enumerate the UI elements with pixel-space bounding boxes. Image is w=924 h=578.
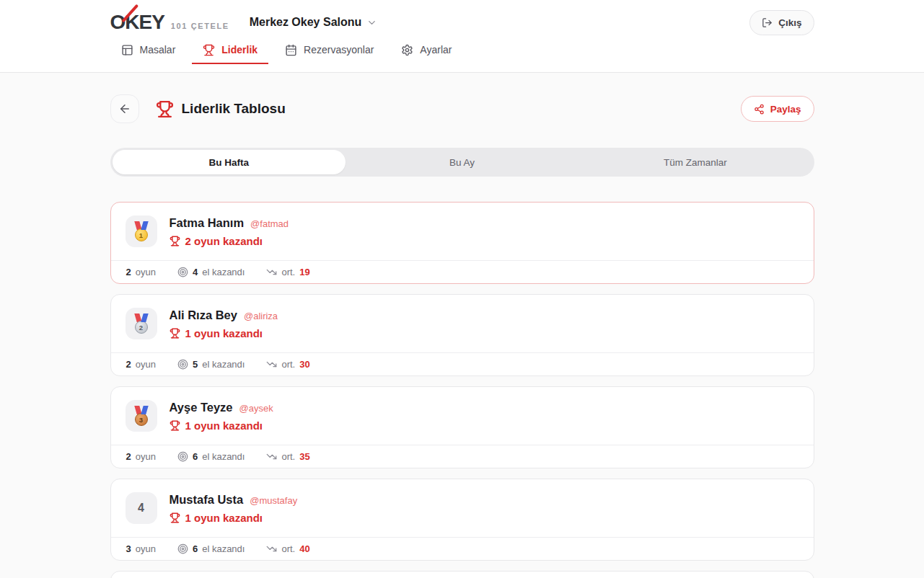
leaderboard-card[interactable]: 1 Fatma Hanım @fatmad 2 oyun kazandı 2oy… [110, 202, 814, 284]
app-logo[interactable]: OKEY 101 ÇETELE [110, 12, 229, 32]
target-icon [177, 451, 188, 462]
gear-icon [401, 44, 413, 56]
hands-stat: 6el kazandı [177, 543, 245, 554]
nav-tab-label: Liderlik [221, 44, 258, 55]
logout-icon [762, 17, 773, 28]
period-tab-tum-zamanlar[interactable]: Tüm Zamanlar [578, 150, 811, 174]
player-username: @aliriza [244, 311, 278, 321]
page-header: Liderlik Tablosu Paylaş [110, 94, 814, 123]
hands-stat: 4el kazandı [177, 267, 245, 277]
trophy-icon [170, 236, 180, 246]
trophy-icon [170, 512, 180, 523]
games-stat: 2oyun [126, 451, 156, 462]
player-info: Mustafa Usta @mustafay 1 oyun kazandı [170, 493, 298, 524]
average-stat: ort.40 [266, 543, 309, 554]
period-filter: Bu Hafta Bu Ay Tüm Zamanlar [110, 148, 814, 177]
player-username: @mustafay [250, 495, 297, 506]
card-stats-row: 2oyun 5el kazandı ort.30 [111, 352, 814, 375]
wins-text: 1 oyun kazandı [185, 419, 263, 432]
card-stats-row: 2oyun 6el kazandı ort.35 [111, 445, 814, 468]
period-tab-bu-ay[interactable]: Bu Ay [346, 150, 578, 174]
salon-name: Merkez Okey Salonu [250, 16, 362, 29]
average-stat: ort.30 [266, 359, 309, 370]
hands-stat: 6el kazandı [177, 451, 245, 462]
card-main-row: 3 Ayşe Teyze @aysek 1 oyun kazandı [111, 387, 814, 445]
back-button[interactable] [110, 94, 139, 123]
player-name: Mustafa Usta [170, 493, 244, 507]
main-nav: Masalar Liderlik Rezervasyonlar Ayarlar [110, 37, 814, 64]
logout-label: Çıkış [778, 17, 801, 28]
rank-avatar: 2 [126, 308, 157, 339]
bronze-medal-icon: 3 [133, 406, 150, 426]
share-button[interactable]: Paylaş [741, 96, 814, 122]
chevron-down-icon [366, 17, 377, 28]
target-icon [177, 267, 188, 277]
gold-medal-icon: 1 [133, 221, 150, 241]
player-info: Fatma Hanım @fatmad 2 oyun kazandı [170, 216, 289, 247]
rank-avatar: 4 [126, 492, 157, 524]
topbar: OKEY 101 ÇETELE Merkez Okey Salonu Çıkış [0, 0, 924, 73]
trending-down-icon [266, 543, 277, 554]
nav-tab-label: Masalar [140, 44, 176, 55]
player-name: Ayşe Teyze [170, 401, 233, 414]
logo-wordmark: OKEY [110, 12, 164, 32]
card-stats-row: 2oyun 4el kazandı ort.19 [111, 260, 814, 283]
player-name: Fatma Hanım [170, 216, 245, 230]
rank-avatar: 1 [126, 215, 157, 247]
nav-tab-label: Rezervasyonlar [304, 44, 374, 55]
leaderboard-card[interactable]: 2 Ali Rıza Bey @aliriza 1 oyun kazandı 2… [110, 294, 814, 376]
trophy-icon [170, 420, 180, 431]
trophy-icon [203, 44, 215, 56]
share-label: Paylaş [770, 104, 801, 115]
nav-tab-masalar[interactable]: Masalar [110, 37, 187, 64]
nav-tab-liderlik[interactable]: Liderlik [192, 37, 268, 64]
nav-tab-label: Ayarlar [420, 44, 452, 55]
leaderboard-page: Liderlik Tablosu Paylaş Bu Hafta Bu Ay T… [110, 73, 814, 578]
card-main-row: 2 Ali Rıza Bey @aliriza 1 oyun kazandı [111, 295, 814, 352]
player-username: @fatmad [250, 218, 289, 229]
silver-medal-icon: 2 [133, 314, 150, 334]
wins-text: 1 oyun kazandı [185, 327, 263, 339]
trending-down-icon [266, 451, 277, 462]
trending-down-icon [266, 359, 277, 370]
player-info: Ali Rıza Bey @aliriza 1 oyun kazandı [170, 308, 278, 339]
leaderboard-card[interactable]: 3 Ayşe Teyze @aysek 1 oyun kazandı 2oyun [110, 386, 814, 468]
player-username: @aysek [239, 403, 273, 414]
card-main-row: 4 Mustafa Usta @mustafay 1 oyun kazandı [111, 479, 814, 537]
trending-down-icon [266, 267, 277, 277]
arrow-left-icon [118, 102, 131, 115]
wins-text: 1 oyun kazandı [185, 512, 263, 524]
games-stat: 3oyun [126, 543, 156, 554]
leaderboard-card[interactable]: 4 Mustafa Usta @mustafay 1 oyun kazandı … [110, 479, 814, 561]
target-icon [177, 359, 188, 370]
games-stat: 2oyun [126, 267, 156, 277]
average-stat: ort.19 [266, 267, 309, 277]
nav-tab-ayarlar[interactable]: Ayarlar [390, 37, 462, 64]
share-icon [754, 104, 765, 115]
calendar-icon [285, 44, 297, 56]
card-main-row: 1 Fatma Hanım @fatmad 2 oyun kazandı [111, 203, 814, 260]
card-stats-row: 3oyun 6el kazandı ort.40 [111, 537, 814, 560]
rank-number: 4 [138, 502, 144, 515]
trophy-icon [156, 100, 174, 118]
rank-avatar: 3 [126, 400, 157, 432]
games-stat: 2oyun [126, 359, 156, 370]
wins-text: 2 oyun kazandı [185, 235, 263, 247]
leaderboard-card-partial [110, 571, 814, 578]
trophy-icon [170, 328, 180, 339]
salon-selector[interactable]: Merkez Okey Salonu [250, 16, 378, 29]
page-title: Liderlik Tablosu [182, 101, 286, 117]
nav-tab-rezervasyonlar[interactable]: Rezervasyonlar [274, 37, 384, 64]
logout-button[interactable]: Çıkış [749, 10, 814, 35]
player-name: Ali Rıza Bey [170, 308, 237, 322]
player-info: Ayşe Teyze @aysek 1 oyun kazandı [170, 401, 273, 432]
logo-suffix: 101 ÇETELE [171, 22, 229, 30]
average-stat: ort.35 [266, 451, 309, 462]
period-tab-bu-hafta[interactable]: Bu Hafta [113, 150, 346, 174]
target-icon [177, 543, 188, 554]
table-icon [121, 44, 133, 56]
hands-stat: 5el kazandı [177, 359, 245, 370]
